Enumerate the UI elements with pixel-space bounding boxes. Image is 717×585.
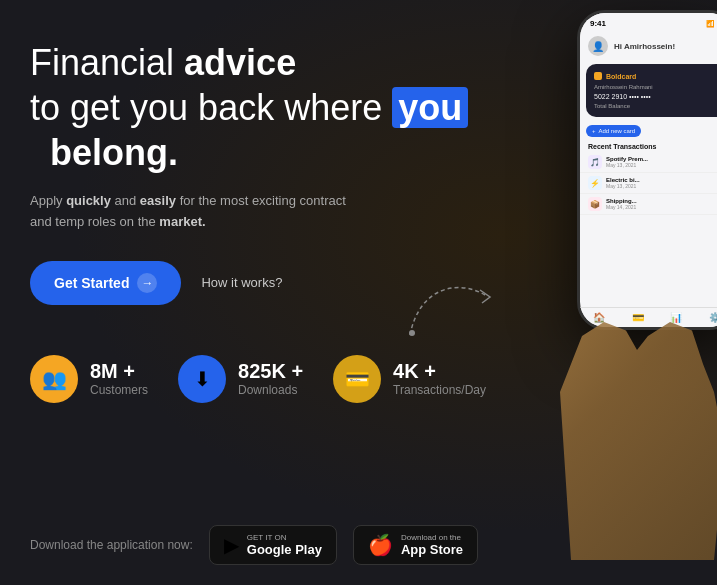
downloads-value: 825K + xyxy=(238,360,303,383)
transaction-date-2: May 14, 2021 xyxy=(606,204,637,210)
stat-downloads: ⬇ 825K + Downloads xyxy=(178,355,303,403)
title-line2-normal: to get you back where xyxy=(30,87,392,128)
downloads-icon-circle: ⬇ xyxy=(178,355,226,403)
title-advice-bold: advice xyxy=(184,42,296,83)
transaction-icon-0: 🎵 xyxy=(588,155,602,169)
download-section: Download the application now: ▶ GET IT O… xyxy=(30,525,478,565)
subtitle-and: and xyxy=(111,193,140,208)
phone-status-icons: 📶🔋 xyxy=(706,20,717,28)
transaction-date-0: May 13, 2021 xyxy=(606,162,648,168)
transaction-info-2: Shipping... May 14, 2021 xyxy=(606,198,637,210)
phone-container: 9:41 📶🔋 👤 Hi Amirhossein! Boldcard Amirh… xyxy=(537,0,717,560)
app-store-text: Download on the App Store xyxy=(401,533,463,557)
transactions-value: 4K + xyxy=(393,360,486,383)
customers-label: Customers xyxy=(90,383,148,397)
phone-bottom-bar: 🏠 💳 📊 ⚙️ xyxy=(580,307,717,327)
left-content: Financial advice to get you back where y… xyxy=(30,40,510,403)
cards-tab-icon[interactable]: 💳 xyxy=(632,312,644,323)
transactions-icon: 💳 xyxy=(345,367,370,391)
phone-greeting-row: 👤 Hi Amirhossein! xyxy=(580,32,717,60)
phone-top-bar: 9:41 📶🔋 xyxy=(580,13,717,32)
customers-icon-circle: 👥 xyxy=(30,355,78,403)
subtitle-easily: easily xyxy=(140,193,176,208)
google-play-main: Google Play xyxy=(247,542,322,557)
card-brand: Boldcard xyxy=(594,72,717,80)
arrow-icon: → xyxy=(137,273,157,293)
google-play-icon: ▶ xyxy=(224,533,239,557)
greeting-text: Hi Amirhossein! xyxy=(614,42,675,51)
downloads-text: 825K + Downloads xyxy=(238,360,303,397)
stats-tab-icon[interactable]: 📊 xyxy=(670,312,682,323)
phone-time: 9:41 xyxy=(590,19,606,28)
customers-value: 8M + xyxy=(90,360,148,383)
title-financial-normal: Financial xyxy=(30,42,184,83)
settings-tab-icon[interactable]: ⚙️ xyxy=(709,312,717,323)
phone-frame: 9:41 📶🔋 👤 Hi Amirhossein! Boldcard Amirh… xyxy=(577,10,717,330)
app-store-main: App Store xyxy=(401,542,463,557)
app-store-icon: 🍎 xyxy=(368,533,393,557)
transactions-icon-circle: 💳 xyxy=(333,355,381,403)
svg-point-0 xyxy=(409,330,415,336)
subtitle-quickly: quickly xyxy=(66,193,111,208)
card-brand-name: Boldcard xyxy=(606,73,636,80)
subtitle-apply: Apply xyxy=(30,193,66,208)
decorative-arrow xyxy=(400,275,500,345)
card-brand-dot xyxy=(594,72,602,80)
plus-icon: + xyxy=(592,128,596,134)
transactions-label: Transactions/Day xyxy=(393,383,486,397)
app-store-badge[interactable]: 🍎 Download on the App Store xyxy=(353,525,478,565)
card-balance-label: Total Balance xyxy=(594,103,717,109)
downloads-label: Downloads xyxy=(238,383,303,397)
transaction-icon-2: 📦 xyxy=(588,197,602,211)
add-card-label: Add new card xyxy=(599,128,636,134)
transactions-label: Recent Transactions xyxy=(580,141,717,152)
title-belong: belong. xyxy=(50,132,178,173)
hero-subtitle: Apply quickly and easily for the most ex… xyxy=(30,191,510,233)
phone-screen: 9:41 📶🔋 👤 Hi Amirhossein! Boldcard Amirh… xyxy=(580,13,717,327)
add-card-button[interactable]: + Add new card xyxy=(586,125,641,137)
stats-row: 👥 8M + Customers ⬇ 825K + Downloads 💳 4K… xyxy=(30,355,510,403)
app-store-top: Download on the xyxy=(401,533,463,542)
transaction-date-1: May 13, 2021 xyxy=(606,183,640,189)
how-it-works-link[interactable]: How it works? xyxy=(201,275,282,290)
google-play-top: GET IT ON xyxy=(247,533,322,542)
downloads-icon: ⬇ xyxy=(194,367,211,391)
customers-text: 8M + Customers xyxy=(90,360,148,397)
google-play-badge[interactable]: ▶ GET IT ON Google Play xyxy=(209,525,337,565)
stat-transactions: 💳 4K + Transactions/Day xyxy=(333,355,486,403)
subtitle-market: market. xyxy=(159,214,205,229)
stat-customers: 👥 8M + Customers xyxy=(30,355,148,403)
card-holder: Amirhossein Rahmani xyxy=(594,84,717,90)
transaction-item-1: ⚡ Electric bi... May 13, 2021 xyxy=(580,173,717,194)
get-started-button[interactable]: Get Started → xyxy=(30,261,181,305)
title-you-highlight: you xyxy=(392,87,468,128)
home-tab-icon[interactable]: 🏠 xyxy=(593,312,605,323)
transaction-icon-1: ⚡ xyxy=(588,176,602,190)
card-number: 5022 2910 •••• •••• xyxy=(594,93,717,100)
hero-title: Financial advice to get you back where y… xyxy=(30,40,510,175)
transaction-item-0: 🎵 Spotify Prem... May 13, 2021 xyxy=(580,152,717,173)
get-started-label: Get Started xyxy=(54,275,129,291)
card-area: Boldcard Amirhossein Rahmani 5022 2910 •… xyxy=(586,64,717,117)
transactions-text: 4K + Transactions/Day xyxy=(393,360,486,397)
transaction-info-0: Spotify Prem... May 13, 2021 xyxy=(606,156,648,168)
transaction-info-1: Electric bi... May 13, 2021 xyxy=(606,177,640,189)
google-play-text: GET IT ON Google Play xyxy=(247,533,322,557)
avatar: 👤 xyxy=(588,36,608,56)
download-label: Download the application now: xyxy=(30,538,193,552)
customers-icon: 👥 xyxy=(42,367,67,391)
transaction-item-2: 📦 Shipping... May 14, 2021 xyxy=(580,194,717,215)
